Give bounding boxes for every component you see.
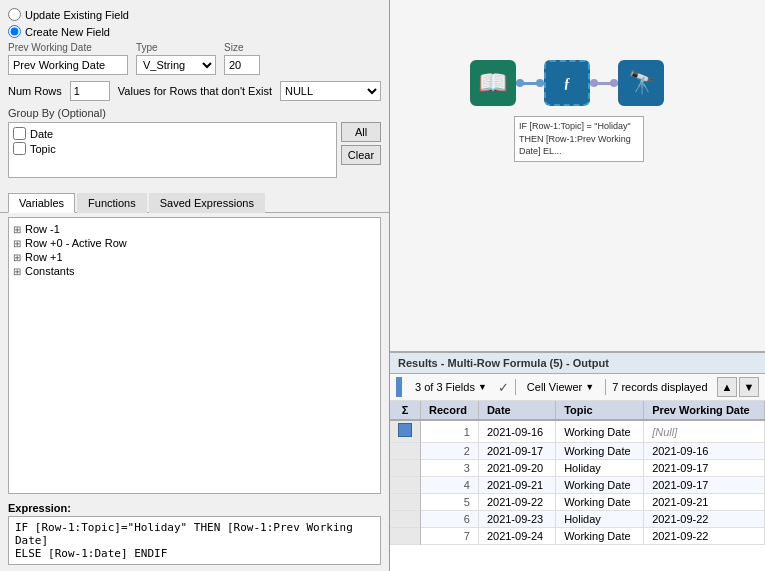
- tab-variables[interactable]: Variables: [8, 193, 75, 213]
- sigma-cell: [390, 528, 421, 545]
- node-formula-wrapper: ƒ IF [Row-1:Topic] = "Holiday" THEN [Row…: [544, 60, 590, 106]
- tree-row-minus1[interactable]: ⊞ Row -1: [13, 222, 376, 236]
- topic-cell: Holiday: [556, 511, 644, 528]
- topic-header[interactable]: Topic: [556, 401, 644, 420]
- workflow: 📖 ƒ IF [Row-1:Topic] =: [470, 60, 664, 106]
- clear-button[interactable]: Clear: [341, 145, 381, 165]
- num-rows-input[interactable]: [70, 81, 110, 101]
- num-rows-label: Num Rows: [8, 85, 62, 97]
- date-cell: 2021-09-16: [478, 420, 555, 443]
- connector-dot-right-2: [610, 79, 618, 87]
- node-browse[interactable]: 🔭: [618, 60, 664, 106]
- expression-section: Expression: IF [Row-1:Topic]="Holiday" T…: [0, 498, 389, 571]
- results-header: Results - Multi-Row Formula (5) - Output: [390, 353, 765, 374]
- connector-dot-left-1: [516, 79, 524, 87]
- expand-icon-4: ⊞: [13, 266, 25, 277]
- date-cell: 2021-09-20: [478, 460, 555, 477]
- connector-dot-left-2: [590, 79, 598, 87]
- results-table: Σ Record Date Topic Prev Working Date 12…: [390, 401, 765, 545]
- tab-saved-expressions[interactable]: Saved Expressions: [149, 193, 265, 213]
- type-label: Type: [136, 42, 216, 53]
- sigma-cell: [390, 494, 421, 511]
- record-cell: 1: [421, 420, 479, 443]
- type-select[interactable]: V_String: [136, 55, 216, 75]
- results-toolbar: 3 of 3 Fields ▼ ✓ Cell Viewer ▼ 7 record…: [390, 374, 765, 401]
- sigma-cell: [390, 511, 421, 528]
- tab-functions[interactable]: Functions: [77, 193, 147, 213]
- fields-label: 3 of 3 Fields: [415, 381, 475, 393]
- table-row: 52021-09-22Working Date2021-09-21: [390, 494, 765, 511]
- expand-icon-2: ⊞: [13, 238, 25, 249]
- date-cell: 2021-09-21: [478, 477, 555, 494]
- topic-cell: Working Date: [556, 494, 644, 511]
- create-radio[interactable]: [8, 25, 21, 38]
- results-panel: Results - Multi-Row Formula (5) - Output…: [390, 351, 765, 571]
- fields-dropdown[interactable]: 3 of 3 Fields ▼: [410, 379, 492, 395]
- record-cell: 4: [421, 477, 479, 494]
- size-input[interactable]: [224, 55, 260, 75]
- node-book[interactable]: 📖: [470, 60, 516, 106]
- svg-text:ƒ: ƒ: [564, 76, 571, 91]
- all-button[interactable]: All: [341, 122, 381, 142]
- field-name-label: Prev Working Date: [8, 42, 128, 53]
- tree-constants[interactable]: ⊞ Constants: [13, 264, 376, 278]
- tree-panel: ⊞ Row -1 ⊞ Row +0 - Active Row ⊞ Row +1 …: [8, 217, 381, 494]
- prev-working-date-cell: 2021-09-21: [644, 494, 765, 511]
- tree-row-plus1[interactable]: ⊞ Row +1: [13, 250, 376, 264]
- records-label: 7 records displayed: [612, 381, 707, 393]
- group-by-topic-checkbox[interactable]: [13, 142, 26, 155]
- date-cell: 2021-09-24: [478, 528, 555, 545]
- expand-icon: ⊞: [13, 224, 25, 235]
- topic-cell: Working Date: [556, 443, 644, 460]
- expression-label: Expression:: [8, 502, 381, 514]
- cell-viewer-chevron: ▼: [585, 382, 594, 392]
- nav-down-btn[interactable]: ▼: [739, 377, 759, 397]
- toolbar-nav: ▲ ▼: [717, 377, 759, 397]
- prev-working-date-cell: [Null]: [644, 420, 765, 443]
- fields-chevron: ▼: [478, 382, 487, 392]
- prev-working-date-cell: 2021-09-16: [644, 443, 765, 460]
- node-formula[interactable]: ƒ: [544, 60, 590, 106]
- prev-working-date-header[interactable]: Prev Working Date: [644, 401, 765, 420]
- results-table-container[interactable]: Σ Record Date Topic Prev Working Date 12…: [390, 401, 765, 571]
- toolbar-accent: [396, 377, 402, 397]
- tree-row-active-label: Row +0 - Active Row: [25, 237, 127, 249]
- update-radio[interactable]: [8, 8, 21, 21]
- expression-box[interactable]: IF [Row-1:Topic]="Holiday" THEN [Row-1:P…: [8, 516, 381, 565]
- topic-cell: Working Date: [556, 420, 644, 443]
- table-row: 12021-09-16Working Date[Null]: [390, 420, 765, 443]
- sigma-cell: [390, 420, 421, 443]
- connector-2: [590, 82, 618, 85]
- nav-up-btn[interactable]: ▲: [717, 377, 737, 397]
- prev-working-date-cell: 2021-09-22: [644, 511, 765, 528]
- expand-icon-3: ⊞: [13, 252, 25, 263]
- topic-cell: Working Date: [556, 528, 644, 545]
- record-header[interactable]: Record: [421, 401, 479, 420]
- record-cell: 7: [421, 528, 479, 545]
- sigma-cell: [390, 460, 421, 477]
- checkmark-btn[interactable]: ✓: [498, 380, 509, 395]
- tree-row-active[interactable]: ⊞ Row +0 - Active Row: [13, 236, 376, 250]
- book-icon: 📖: [478, 69, 508, 97]
- cell-viewer-label: Cell Viewer: [527, 381, 582, 393]
- table-row: 62021-09-23Holiday2021-09-22: [390, 511, 765, 528]
- update-label: Update Existing Field: [25, 9, 129, 21]
- left-panel: Update Existing Field Create New Field P…: [0, 0, 390, 571]
- date-cell: 2021-09-22: [478, 494, 555, 511]
- node-label-box: IF [Row-1:Topic] = "Holiday" THEN [Row-1…: [514, 116, 644, 162]
- node-label-text: IF [Row-1:Topic] = "Holiday" THEN [Row-1…: [519, 121, 631, 156]
- formula-icon: ƒ: [555, 71, 579, 95]
- canvas-area[interactable]: 📖 ƒ IF [Row-1:Topic] =: [390, 0, 765, 351]
- null-select[interactable]: NULL: [280, 81, 381, 101]
- field-name-input[interactable]: [8, 55, 128, 75]
- size-label: Size: [224, 42, 260, 53]
- date-header[interactable]: Date: [478, 401, 555, 420]
- cell-viewer-dropdown[interactable]: Cell Viewer ▼: [522, 379, 599, 395]
- group-by-date-checkbox[interactable]: [13, 127, 26, 140]
- table-row: 72021-09-24Working Date2021-09-22: [390, 528, 765, 545]
- record-cell: 6: [421, 511, 479, 528]
- checkmark-icon: ✓: [498, 380, 509, 395]
- row-select-box[interactable]: [398, 423, 412, 437]
- group-by-list: Date Topic: [8, 122, 337, 178]
- sigma-header: Σ: [390, 401, 421, 420]
